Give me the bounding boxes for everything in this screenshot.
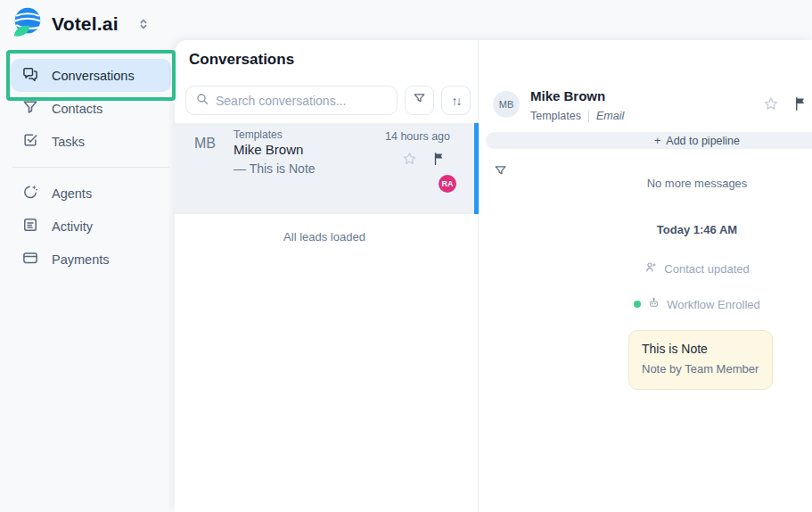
main-panel: Conversations ↑↓ [175, 40, 812, 512]
sidebar-item-label: Payments [52, 252, 109, 267]
credit-card-icon [21, 249, 39, 269]
search-conversations-box[interactable] [185, 86, 398, 115]
sort-button[interactable]: ↑↓ [441, 86, 471, 115]
sidebar-item-conversations[interactable]: Conversations [11, 59, 171, 92]
robot-icon [647, 296, 660, 312]
timeline-event-workflow-enrolled: Workflow Enrolled [479, 296, 812, 312]
timeline-event-contact-updated: Contact updated [479, 260, 812, 277]
star-icon[interactable] [401, 151, 418, 171]
chat-bubbles-icon [21, 65, 39, 86]
workflow-status-dot [634, 301, 641, 308]
chevron-up-down-icon[interactable] [136, 16, 151, 32]
flag-icon[interactable] [431, 151, 447, 170]
conversation-name: Mike Brown [234, 142, 303, 157]
votel-globe-logo-icon [11, 4, 45, 44]
sidebar-item-label: Conversations [52, 69, 135, 83]
assignee-avatar[interactable]: RA [439, 175, 456, 193]
top-bar: Votel.ai [0, 0, 812, 40]
timeline-date-label: Today 1:46 AM [479, 223, 812, 236]
conversation-list-pane: Conversations ↑↓ [175, 40, 479, 512]
conversation-list-item[interactable]: MB Templates Mike Brown — This is Note 1… [175, 123, 479, 214]
sidebar-item-agents[interactable]: Agents [11, 177, 171, 210]
brand-name: Votel.ai [52, 13, 119, 35]
chat-pane: MB Mike Brown Templates Email + Ad [479, 40, 812, 512]
sidebar-item-label: Contacts [52, 102, 103, 116]
person-plus-icon [644, 260, 658, 277]
sidebar-item-activity[interactable]: Activity [11, 210, 171, 243]
contact-subinfo: Templates Email [530, 110, 624, 122]
sidebar-item-tasks[interactable]: Tasks [11, 125, 171, 158]
conversation-initials: MB [194, 136, 216, 152]
plus-icon: + [654, 135, 660, 147]
conversation-snippet: — This is Note [234, 161, 316, 176]
minus-icon: — [234, 161, 246, 176]
add-to-pipeline-button[interactable]: + Add to pipeline [486, 132, 812, 149]
search-input[interactable] [216, 94, 388, 108]
note-byline: Note by Team Member [642, 362, 759, 376]
filter-funnel-icon [412, 91, 427, 110]
sidebar-item-label: Agents [52, 186, 92, 201]
page-title: Conversations [189, 51, 294, 69]
no-more-messages-label: No more messages [479, 177, 812, 190]
note-card[interactable]: This is Note Note by Team Member [628, 330, 773, 390]
contact-avatar: MB [493, 91, 520, 118]
sidebar: Conversations Contacts Tasks [0, 40, 175, 512]
search-icon [195, 92, 209, 110]
sidebar-item-label: Activity [52, 219, 93, 234]
subinfo-divider [588, 111, 589, 122]
star-icon[interactable] [762, 95, 780, 117]
funnel-icon [21, 98, 39, 119]
conversation-channel: Templates [234, 128, 283, 141]
ai-crescent-icon [21, 183, 39, 203]
flag-icon[interactable] [792, 95, 809, 116]
sidebar-item-contacts[interactable]: Contacts [11, 92, 171, 125]
contact-name: Mike Brown [530, 88, 605, 103]
conversation-timestamp: 14 hours ago [385, 130, 450, 143]
checkbox-icon [21, 131, 39, 152]
note-title: This is Note [642, 342, 759, 356]
list-footer-status: All leads loaded [175, 230, 474, 244]
brand[interactable]: Votel.ai [11, 4, 151, 44]
filter-button[interactable] [405, 86, 434, 115]
contact-source: Email [596, 110, 624, 122]
sidebar-divider [12, 167, 169, 168]
contact-channel: Templates [530, 110, 581, 122]
sort-arrows-icon: ↑↓ [452, 94, 461, 108]
activity-log-icon [21, 216, 39, 236]
sidebar-item-payments[interactable]: Payments [11, 243, 171, 276]
sidebar-item-label: Tasks [52, 135, 85, 149]
